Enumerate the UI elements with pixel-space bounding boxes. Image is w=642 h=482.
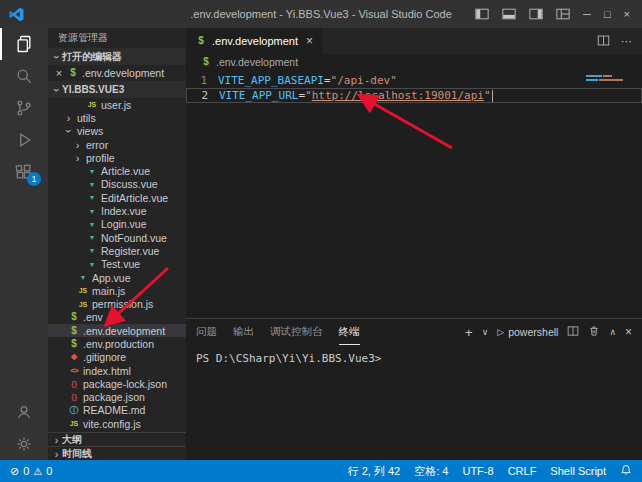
close-window-button[interactable]: × — [624, 8, 630, 20]
file-label: package.json — [83, 391, 145, 403]
window-title: .env.development - Yi.BBS.Vue3 - Visual … — [190, 8, 452, 20]
split-terminal-icon[interactable] — [567, 325, 579, 339]
outline-label: 大纲 — [62, 433, 82, 447]
toggle-secondary-sidebar-icon[interactable] — [529, 7, 543, 21]
terminal-output[interactable]: PS D:\CSharp\Yi\Yi.BBS.Vue3> — [186, 345, 642, 460]
code-line[interactable]: 2VITE_APP_URL="http://localhost:19001/ap… — [186, 88, 642, 103]
toggle-sidebar-icon[interactable] — [475, 7, 489, 21]
maximize-button[interactable]: □ — [604, 8, 611, 20]
tree-item[interactable]: ›views — [48, 125, 186, 138]
terminal-profile-dropdown-icon[interactable]: ∨ — [482, 327, 489, 337]
tree-item[interactable]: ▼Register.vue — [48, 244, 186, 257]
outline-section[interactable]: › 大纲 — [48, 432, 186, 446]
file-label: App.vue — [92, 272, 131, 284]
code-line[interactable]: 1VITE_APP_BASEAPI="/api-dev" — [186, 73, 642, 88]
tree-item[interactable]: ▼Article.vue — [48, 164, 186, 177]
tree-item[interactable]: $.env.development — [48, 324, 186, 337]
file-label: index.html — [83, 365, 131, 377]
tree-item[interactable]: ▼Discuss.vue — [48, 178, 186, 191]
terminal-shell-selector[interactable]: ▷ powershell — [497, 326, 558, 338]
panel-tab-调试控制台[interactable]: 调试控制台 — [270, 319, 323, 345]
tree-item[interactable]: $.env.production — [48, 337, 186, 350]
tree-item[interactable]: <>index.html — [48, 364, 186, 377]
open-editor-item[interactable]: ×$.env.development — [48, 65, 186, 81]
tree-item[interactable]: JSpermission.js — [48, 297, 186, 310]
tree-item[interactable]: ›error — [48, 138, 186, 151]
close-editor-icon[interactable]: × — [54, 67, 64, 79]
status-item[interactable]: Shell Script — [550, 465, 606, 477]
kill-terminal-icon[interactable] — [588, 325, 600, 339]
minimap[interactable] — [586, 75, 630, 83]
tree-item[interactable]: ›profile — [48, 151, 186, 164]
tree-item[interactable]: JSvite.config.js — [48, 417, 186, 430]
status-bar: ⊘ 0 ⚠ 0 行 2, 列 42空格: 4UTF-8CRLFShell Scr… — [0, 460, 642, 482]
source-control-icon[interactable] — [0, 92, 48, 124]
status-item[interactable]: CRLF — [508, 465, 537, 477]
tab-env-development[interactable]: $ .env.development × — [186, 28, 322, 54]
problems-status[interactable]: ⊘ 0 ⚠ 0 — [10, 465, 52, 478]
breadcrumb[interactable]: $ .env.development — [186, 54, 642, 70]
panel-tab-终端[interactable]: 终端 — [339, 319, 360, 345]
file-label: Test.vue — [101, 258, 140, 270]
breadcrumb-item: .env.development — [216, 56, 298, 68]
notifications-bell-icon[interactable] — [620, 464, 632, 478]
code-editor[interactable]: 1VITE_APP_BASEAPI="/api-dev"2VITE_APP_UR… — [186, 70, 642, 318]
tab-label: .env.development — [212, 35, 298, 47]
warning-icon: ⚠ — [33, 466, 42, 477]
run-debug-icon[interactable] — [0, 124, 48, 156]
search-icon[interactable] — [0, 60, 48, 92]
tree-item[interactable]: ▼Test.vue — [48, 258, 186, 271]
panel-tab-输出[interactable]: 输出 — [233, 319, 254, 345]
tree-item[interactable]: ⓘREADME.md — [48, 404, 186, 417]
tree-item[interactable]: {}package-lock.json — [48, 377, 186, 390]
status-item[interactable]: 行 2, 列 42 — [348, 464, 401, 479]
split-editor-icon[interactable] — [597, 34, 610, 49]
tree-item[interactable]: ▼EditArticle.vue — [48, 191, 186, 204]
extensions-icon[interactable]: 1 — [0, 156, 48, 188]
js-file-icon: JS — [77, 301, 89, 308]
status-item[interactable]: UTF-8 — [462, 465, 493, 477]
tree-item[interactable]: ▼App.vue — [48, 271, 186, 284]
code-token: " — [484, 89, 491, 102]
file-label: README.md — [83, 404, 145, 416]
explorer-icon[interactable] — [0, 28, 48, 60]
url-link: http://localhost:19001/api — [312, 89, 484, 102]
file-label: Register.vue — [101, 245, 159, 257]
line-number: 2 — [187, 88, 219, 103]
line-content: VITE_APP_BASEAPI="/api-dev" — [218, 73, 397, 88]
timeline-section[interactable]: › 时间线 — [48, 446, 186, 460]
status-item[interactable]: 空格: 4 — [414, 464, 448, 479]
vue-file-icon: ▼ — [86, 261, 98, 268]
open-editors-label: 打开的编辑器 — [62, 50, 122, 64]
toggle-panel-icon[interactable] — [502, 7, 516, 21]
tree-item[interactable]: ◆.gitignore — [48, 351, 186, 364]
tree-item[interactable]: ▼Index.vue — [48, 204, 186, 217]
tab-close-icon[interactable]: × — [306, 34, 313, 48]
customize-layout-icon[interactable] — [556, 7, 570, 21]
vue-file-icon: ▼ — [86, 194, 98, 201]
minimize-button[interactable]: ─ — [583, 8, 591, 20]
more-actions-icon[interactable]: ⋯ — [621, 35, 632, 48]
env-file-icon: $ — [195, 36, 207, 46]
tree-item[interactable]: ›utils — [48, 111, 186, 124]
account-icon[interactable] — [0, 396, 48, 428]
project-header[interactable]: › YI.BBS.VUE3 — [48, 81, 186, 98]
close-panel-icon[interactable]: × — [625, 325, 632, 339]
tree-item[interactable]: JSuser.js — [48, 98, 186, 111]
tree-item[interactable]: $.env — [48, 311, 186, 324]
chevron-right-icon: › — [72, 139, 83, 151]
js-file-icon: JS — [68, 420, 80, 427]
js-file-icon: JS — [77, 287, 89, 294]
error-count: 0 — [23, 465, 29, 477]
open-editors-header[interactable]: › 打开的编辑器 — [48, 48, 186, 65]
tree-item[interactable]: ▼NotFound.vue — [48, 231, 186, 244]
settings-gear-icon[interactable] — [0, 428, 48, 460]
tree-item[interactable]: JSmain.js — [48, 284, 186, 297]
tree-item[interactable]: ▼Login.vue — [48, 218, 186, 231]
panel-tab-问题[interactable]: 问题 — [196, 319, 217, 345]
maximize-panel-icon[interactable]: ∧ — [609, 327, 616, 337]
new-terminal-icon[interactable]: + — [465, 325, 473, 340]
tree-item[interactable]: {}package.json — [48, 391, 186, 404]
file-label: views — [77, 125, 103, 137]
json-file-icon: {} — [68, 380, 80, 388]
